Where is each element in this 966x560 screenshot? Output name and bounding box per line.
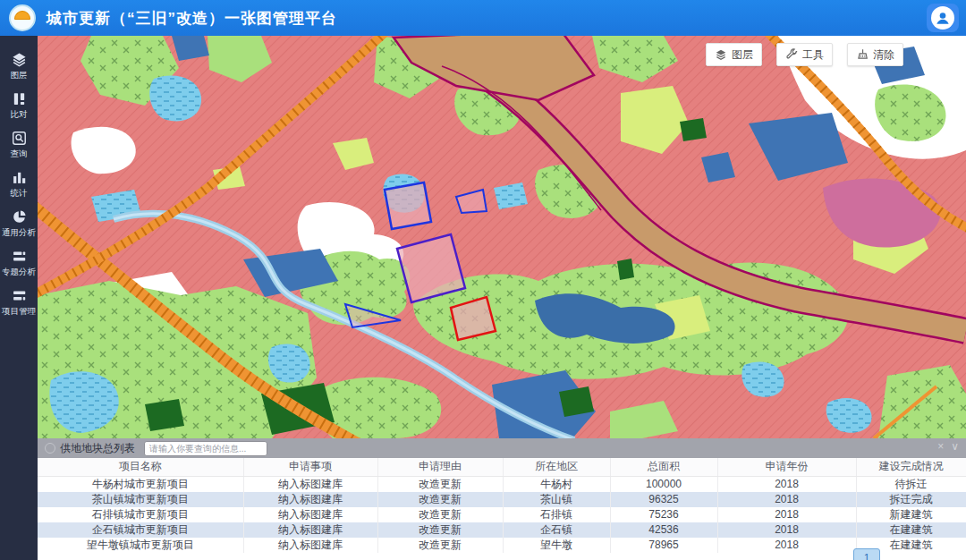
map-tools-label: 工具 — [802, 47, 824, 63]
panel-collapse-icon[interactable]: ∨ — [951, 440, 959, 453]
sidebar-item-layers[interactable]: 图层 — [0, 47, 38, 86]
cell-application-year: 2018 — [717, 492, 856, 507]
map-tools-button[interactable]: 工具 — [776, 43, 833, 66]
map-layers-label: 图层 — [732, 47, 753, 63]
cell-project-name: 茶山镇城市更新项目 — [38, 492, 243, 507]
sidebar-item-statistics[interactable]: 统计 — [0, 165, 38, 204]
table-row[interactable]: 石排镇城市更新项目 纳入标图建库 改造更新 石排镇 75236 2018 新建建… — [38, 507, 966, 522]
cell-district: 石排镇 — [503, 507, 610, 522]
cell-application-reason: 改造更新 — [377, 507, 503, 522]
search-input[interactable] — [144, 441, 267, 456]
compare-icon — [12, 91, 27, 106]
panel-search-icon — [45, 443, 55, 454]
col-header-completion-status: 建设完成情况 — [856, 458, 966, 476]
sidebar-item-general-analysis[interactable]: 通用分析 — [0, 204, 38, 243]
map-clear-label: 清除 — [873, 47, 894, 63]
cell-application-year: 2018 — [717, 476, 856, 492]
layers-icon — [12, 52, 27, 67]
cell-project-name: 企石镇城市更新项目 — [38, 522, 243, 538]
cell-completion-status: 新建建筑 — [856, 507, 966, 522]
cell-application-item: 纳入标图建库 — [243, 538, 377, 553]
cell-total-area: 100000 — [610, 476, 717, 492]
col-header-project-name: 项目名称 — [38, 458, 243, 476]
col-header-total-area: 总面积 — [610, 458, 717, 476]
sidebar-item-label: 项目管理 — [2, 306, 36, 315]
user-menu-button[interactable] — [927, 4, 959, 32]
sidebar-item-compare[interactable]: 比对 — [0, 86, 38, 125]
broom-icon — [856, 48, 869, 61]
pagination-page-button[interactable]: 1 — [853, 548, 880, 560]
cell-application-reason: 改造更新 — [377, 522, 503, 538]
highlight-parcel-blue-square[interactable] — [385, 182, 431, 229]
sidebar-item-label: 通用分析 — [2, 227, 36, 236]
land-list-table: 项目名称 申请事项 申请理由 所在地区 总面积 申请年份 建设完成情况 牛杨村城… — [38, 458, 966, 553]
pie-chart-icon — [12, 209, 27, 225]
cell-total-area: 78965 — [610, 538, 717, 553]
list-icon — [12, 249, 27, 264]
logo-sun-icon — [14, 11, 30, 20]
cell-completion-status: 待拆迁 — [856, 476, 966, 492]
sidebar-item-label: 图层 — [11, 70, 28, 79]
cell-district: 茶山镇 — [503, 492, 610, 507]
cell-project-name: 石排镇城市更新项目 — [38, 507, 243, 522]
layers-icon — [715, 48, 727, 61]
cell-completion-status: 拆迁完成 — [856, 492, 966, 507]
user-avatar-icon — [931, 6, 954, 30]
wrench-icon — [785, 48, 798, 61]
cell-project-name: 望牛墩镇城市更新项目 — [38, 538, 243, 553]
cell-district: 牛杨村 — [503, 476, 610, 492]
table-row[interactable]: 企石镇城市更新项目 纳入标图建库 改造更新 企石镇 42536 2018 在建建… — [38, 522, 966, 538]
cell-application-reason: 改造更新 — [377, 538, 503, 553]
sidebar-item-label: 查询 — [11, 148, 28, 157]
cell-application-reason: 改造更新 — [377, 476, 503, 492]
cell-district: 企石镇 — [503, 522, 610, 538]
cell-application-year: 2018 — [717, 507, 856, 522]
sidebar-item-label: 比对 — [11, 109, 28, 118]
panel-title: 供地地块总列表 — [60, 441, 135, 456]
cell-application-item: 纳入标图建库 — [243, 492, 377, 507]
sidebar-item-project-management[interactable]: 项目管理 — [0, 283, 38, 322]
search-icon — [12, 131, 27, 146]
map-layers-button[interactable]: 图层 — [706, 43, 762, 66]
sidebar-item-label: 专题分析 — [2, 267, 36, 276]
map-clear-button[interactable]: 清除 — [847, 43, 903, 66]
sidebar-item-label: 统计 — [11, 188, 28, 197]
cell-district: 望牛墩 — [503, 538, 610, 553]
table-row[interactable]: 望牛墩镇城市更新项目 纳入标图建库 改造更新 望牛墩 78965 2018 在建… — [38, 538, 966, 553]
cell-application-year: 2018 — [717, 522, 856, 538]
app-header: 城市更新（“三旧”改造）一张图管理平台 — [0, 0, 966, 36]
table-row[interactable]: 牛杨村城市更新项目 纳入标图建库 改造更新 牛杨村 100000 2018 待拆… — [38, 476, 966, 492]
land-list-panel: 供地地块总列表 × ∨ 项目名称 申请事项 申请理由 所在地区 总面积 申请年份… — [38, 438, 966, 560]
col-header-application-item: 申请事项 — [243, 458, 377, 476]
list-icon — [12, 288, 27, 303]
cell-total-area: 75236 — [610, 507, 717, 522]
panel-header: 供地地块总列表 × ∨ — [38, 438, 966, 458]
cell-completion-status: 在建建筑 — [856, 522, 966, 538]
cell-application-item: 纳入标图建库 — [243, 507, 377, 522]
table-row[interactable]: 茶山镇城市更新项目 纳入标图建库 改造更新 茶山镇 96325 2018 拆迁完… — [38, 492, 966, 507]
cell-application-item: 纳入标图建库 — [243, 522, 377, 538]
sidebar-item-thematic-analysis[interactable]: 专题分析 — [0, 243, 38, 283]
sidebar: 图层 比对 查询 统计 通用分析 — [0, 36, 38, 560]
bar-chart-icon — [12, 170, 27, 185]
sidebar-item-query[interactable]: 查询 — [0, 125, 38, 165]
cell-project-name: 牛杨村城市更新项目 — [38, 476, 243, 492]
table-header-row: 项目名称 申请事项 申请理由 所在地区 总面积 申请年份 建设完成情况 — [38, 458, 966, 476]
cell-application-reason: 改造更新 — [377, 492, 503, 507]
cell-application-item: 纳入标图建库 — [243, 476, 377, 492]
page-title: 城市更新（“三旧”改造）一张图管理平台 — [47, 8, 337, 29]
col-header-application-reason: 申请理由 — [377, 458, 503, 476]
map-container: 图层 工具 清除 — [38, 36, 966, 438]
col-header-application-year: 申请年份 — [717, 458, 856, 476]
col-header-district: 所在地区 — [503, 458, 610, 476]
map-toolbar: 图层 工具 清除 — [706, 43, 903, 66]
map-canvas[interactable] — [38, 36, 966, 438]
panel-close-icon[interactable]: × — [937, 440, 944, 453]
app-logo — [9, 4, 36, 31]
cell-application-year: 2018 — [717, 538, 856, 553]
cell-total-area: 96325 — [610, 492, 717, 507]
cell-total-area: 42536 — [610, 522, 717, 538]
